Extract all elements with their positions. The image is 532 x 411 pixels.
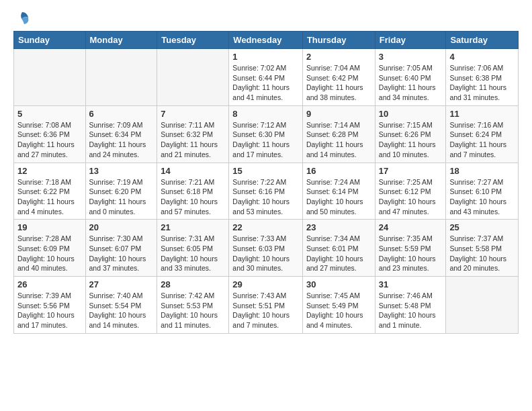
calendar-day: 24Sunrise: 7:35 AM Sunset: 5:59 PM Dayli… — [375, 220, 446, 277]
day-number: 21 — [161, 222, 225, 232]
calendar-day: 7Sunrise: 7:11 AM Sunset: 6:32 PM Daylig… — [157, 105, 229, 163]
calendar-table: SundayMondayTuesdayWednesdayThursdayFrid… — [13, 31, 519, 334]
day-number: 25 — [449, 222, 515, 232]
calendar-day: 23Sunrise: 7:34 AM Sunset: 6:01 PM Dayli… — [302, 220, 375, 277]
day-info: Sunrise: 7:46 AM Sunset: 5:48 PM Dayligh… — [379, 291, 443, 330]
day-info: Sunrise: 7:27 AM Sunset: 6:10 PM Dayligh… — [449, 177, 515, 217]
page: SundayMondayTuesdayWednesdayThursdayFrid… — [0, 0, 532, 345]
weekday-header-friday: Friday — [375, 32, 446, 49]
calendar-day — [85, 49, 157, 106]
day-info: Sunrise: 7:02 AM Sunset: 6:44 PM Dayligh… — [232, 63, 299, 103]
calendar-day: 4Sunrise: 7:06 AM Sunset: 6:38 PM Daylig… — [446, 49, 519, 106]
calendar-day: 9Sunrise: 7:14 AM Sunset: 6:28 PM Daylig… — [302, 105, 375, 163]
calendar-day: 28Sunrise: 7:42 AM Sunset: 5:53 PM Dayli… — [157, 277, 229, 334]
calendar-day — [14, 49, 86, 106]
day-info: Sunrise: 7:04 AM Sunset: 6:42 PM Dayligh… — [306, 63, 371, 103]
header — [13, 11, 519, 24]
calendar-day: 20Sunrise: 7:30 AM Sunset: 6:07 PM Dayli… — [85, 220, 157, 277]
day-number: 4 — [449, 52, 515, 62]
calendar-day: 31Sunrise: 7:46 AM Sunset: 5:48 PM Dayli… — [375, 277, 446, 334]
calendar-day: 22Sunrise: 7:33 AM Sunset: 6:03 PM Dayli… — [229, 220, 303, 277]
day-number: 20 — [89, 222, 154, 232]
calendar-day: 26Sunrise: 7:39 AM Sunset: 5:56 PM Dayli… — [14, 277, 86, 334]
calendar-day: 27Sunrise: 7:40 AM Sunset: 5:54 PM Dayli… — [85, 277, 157, 334]
day-number: 11 — [449, 109, 515, 119]
day-info: Sunrise: 7:30 AM Sunset: 6:07 PM Dayligh… — [89, 234, 154, 273]
calendar-week-row: 26Sunrise: 7:39 AM Sunset: 5:56 PM Dayli… — [14, 277, 519, 334]
day-info: Sunrise: 7:16 AM Sunset: 6:24 PM Dayligh… — [449, 120, 515, 160]
day-number: 9 — [306, 109, 371, 119]
day-number: 15 — [232, 166, 299, 176]
logo-icon — [15, 11, 30, 26]
day-number: 24 — [379, 222, 443, 232]
day-number: 27 — [89, 279, 154, 289]
day-number: 26 — [17, 279, 82, 289]
day-number: 18 — [449, 166, 515, 176]
calendar-day: 10Sunrise: 7:15 AM Sunset: 6:26 PM Dayli… — [375, 105, 446, 163]
calendar-day: 12Sunrise: 7:18 AM Sunset: 6:22 PM Dayli… — [14, 163, 86, 220]
calendar-day: 25Sunrise: 7:37 AM Sunset: 5:58 PM Dayli… — [446, 220, 519, 277]
calendar-day: 3Sunrise: 7:05 AM Sunset: 6:40 PM Daylig… — [375, 49, 446, 106]
calendar-day: 18Sunrise: 7:27 AM Sunset: 6:10 PM Dayli… — [446, 163, 519, 220]
day-number: 16 — [306, 166, 371, 176]
calendar-day: 1Sunrise: 7:02 AM Sunset: 6:44 PM Daylig… — [229, 49, 303, 106]
weekday-header-row: SundayMondayTuesdayWednesdayThursdayFrid… — [14, 32, 519, 49]
day-info: Sunrise: 7:09 AM Sunset: 6:34 PM Dayligh… — [89, 120, 154, 160]
calendar-week-row: 12Sunrise: 7:18 AM Sunset: 6:22 PM Dayli… — [14, 163, 519, 220]
day-number: 29 — [232, 279, 299, 289]
day-number: 1 — [232, 52, 299, 62]
day-number: 7 — [161, 109, 225, 119]
day-number: 28 — [161, 279, 225, 289]
day-info: Sunrise: 7:12 AM Sunset: 6:30 PM Dayligh… — [232, 120, 299, 160]
day-info: Sunrise: 7:11 AM Sunset: 6:32 PM Dayligh… — [161, 120, 225, 160]
calendar-day: 14Sunrise: 7:21 AM Sunset: 6:18 PM Dayli… — [157, 163, 229, 220]
day-number: 12 — [17, 166, 82, 176]
calendar-day: 13Sunrise: 7:19 AM Sunset: 6:20 PM Dayli… — [85, 163, 157, 220]
day-info: Sunrise: 7:37 AM Sunset: 5:58 PM Dayligh… — [449, 234, 515, 273]
weekday-header-saturday: Saturday — [446, 32, 519, 49]
weekday-header-wednesday: Wednesday — [229, 32, 303, 49]
calendar-day: 11Sunrise: 7:16 AM Sunset: 6:24 PM Dayli… — [446, 105, 519, 163]
day-info: Sunrise: 7:05 AM Sunset: 6:40 PM Dayligh… — [379, 63, 443, 103]
day-number: 8 — [232, 109, 299, 119]
day-info: Sunrise: 7:06 AM Sunset: 6:38 PM Dayligh… — [449, 63, 515, 103]
calendar-day: 29Sunrise: 7:43 AM Sunset: 5:51 PM Dayli… — [229, 277, 303, 334]
calendar-day: 15Sunrise: 7:22 AM Sunset: 6:16 PM Dayli… — [229, 163, 303, 220]
day-number: 30 — [306, 279, 371, 289]
calendar-day: 5Sunrise: 7:08 AM Sunset: 6:36 PM Daylig… — [14, 105, 86, 163]
day-number: 19 — [17, 222, 82, 232]
day-info: Sunrise: 7:15 AM Sunset: 6:26 PM Dayligh… — [379, 120, 443, 160]
day-number: 31 — [379, 279, 443, 289]
day-info: Sunrise: 7:31 AM Sunset: 6:05 PM Dayligh… — [161, 234, 225, 273]
day-info: Sunrise: 7:39 AM Sunset: 5:56 PM Dayligh… — [17, 291, 82, 330]
day-number: 22 — [232, 222, 299, 232]
day-info: Sunrise: 7:42 AM Sunset: 5:53 PM Dayligh… — [161, 291, 225, 330]
calendar-day: 2Sunrise: 7:04 AM Sunset: 6:42 PM Daylig… — [302, 49, 375, 106]
calendar-day — [446, 277, 519, 334]
day-info: Sunrise: 7:34 AM Sunset: 6:01 PM Dayligh… — [306, 234, 371, 273]
calendar-week-row: 5Sunrise: 7:08 AM Sunset: 6:36 PM Daylig… — [14, 105, 519, 163]
weekday-header-thursday: Thursday — [302, 32, 375, 49]
logo — [13, 11, 30, 24]
calendar-day: 19Sunrise: 7:28 AM Sunset: 6:09 PM Dayli… — [14, 220, 86, 277]
calendar-week-row: 19Sunrise: 7:28 AM Sunset: 6:09 PM Dayli… — [14, 220, 519, 277]
day-number: 3 — [379, 52, 443, 62]
day-info: Sunrise: 7:33 AM Sunset: 6:03 PM Dayligh… — [232, 234, 299, 273]
day-number: 10 — [379, 109, 443, 119]
day-number: 2 — [306, 52, 371, 62]
weekday-header-monday: Monday — [85, 32, 157, 49]
day-number: 6 — [89, 109, 154, 119]
day-number: 13 — [89, 166, 154, 176]
day-info: Sunrise: 7:40 AM Sunset: 5:54 PM Dayligh… — [89, 291, 154, 330]
weekday-header-sunday: Sunday — [14, 32, 86, 49]
day-info: Sunrise: 7:19 AM Sunset: 6:20 PM Dayligh… — [89, 177, 154, 217]
calendar-day: 6Sunrise: 7:09 AM Sunset: 6:34 PM Daylig… — [85, 105, 157, 163]
calendar-day: 30Sunrise: 7:45 AM Sunset: 5:49 PM Dayli… — [302, 277, 375, 334]
day-info: Sunrise: 7:14 AM Sunset: 6:28 PM Dayligh… — [306, 120, 371, 160]
day-info: Sunrise: 7:21 AM Sunset: 6:18 PM Dayligh… — [161, 177, 225, 217]
calendar-day: 21Sunrise: 7:31 AM Sunset: 6:05 PM Dayli… — [157, 220, 229, 277]
calendar-day: 16Sunrise: 7:24 AM Sunset: 6:14 PM Dayli… — [302, 163, 375, 220]
calendar-day — [157, 49, 229, 106]
day-info: Sunrise: 7:08 AM Sunset: 6:36 PM Dayligh… — [17, 120, 82, 160]
day-number: 14 — [161, 166, 225, 176]
